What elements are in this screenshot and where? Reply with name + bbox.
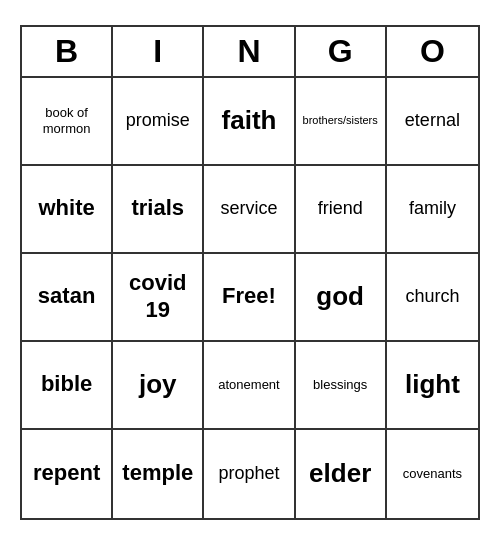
cell-text: joy [139,369,177,400]
header-letter: N [204,27,295,76]
bingo-cell[interactable]: atonement [204,342,295,430]
bingo-cell[interactable]: repent [22,430,113,518]
cell-text: faith [222,105,277,136]
cell-text: church [405,286,459,308]
cell-text: Free! [222,283,276,309]
bingo-cell[interactable]: church [387,254,478,342]
bingo-cell[interactable]: friend [296,166,387,254]
header-letter: I [113,27,204,76]
bingo-grid: book of mormonpromisefaithbrothers/siste… [22,78,478,518]
header-letter: B [22,27,113,76]
cell-text: covid 19 [117,270,198,323]
bingo-cell[interactable]: god [296,254,387,342]
bingo-header: BINGO [22,27,478,78]
bingo-cell[interactable]: covenants [387,430,478,518]
cell-text: temple [122,460,193,486]
bingo-card: BINGO book of mormonpromisefaithbrothers… [20,25,480,520]
cell-text: repent [33,460,100,486]
cell-text: prophet [218,463,279,485]
cell-text: god [316,281,364,312]
bingo-cell[interactable]: eternal [387,78,478,166]
bingo-cell[interactable]: satan [22,254,113,342]
bingo-cell[interactable]: promise [113,78,204,166]
bingo-cell[interactable]: faith [204,78,295,166]
bingo-cell[interactable]: family [387,166,478,254]
cell-text: satan [38,283,95,309]
cell-text: promise [126,110,190,132]
bingo-cell[interactable]: elder [296,430,387,518]
cell-text: eternal [405,110,460,132]
cell-text: light [405,369,460,400]
cell-text: family [409,198,456,220]
bingo-cell[interactable]: blessings [296,342,387,430]
cell-text: bible [41,371,92,397]
bingo-cell[interactable]: book of mormon [22,78,113,166]
bingo-cell[interactable]: temple [113,430,204,518]
cell-text: friend [318,198,363,220]
bingo-cell[interactable]: white [22,166,113,254]
header-letter: G [296,27,387,76]
cell-text: blessings [313,377,367,393]
cell-text: book of mormon [26,105,107,136]
bingo-cell[interactable]: brothers/sisters [296,78,387,166]
bingo-cell[interactable]: Free! [204,254,295,342]
bingo-cell[interactable]: joy [113,342,204,430]
bingo-cell[interactable]: bible [22,342,113,430]
cell-text: brothers/sisters [303,114,378,127]
cell-text: trials [131,195,184,221]
cell-text: service [220,198,277,220]
cell-text: white [38,195,94,221]
cell-text: covenants [403,466,462,482]
bingo-cell[interactable]: prophet [204,430,295,518]
cell-text: elder [309,458,371,489]
bingo-cell[interactable]: covid 19 [113,254,204,342]
bingo-cell[interactable]: light [387,342,478,430]
header-letter: O [387,27,478,76]
cell-text: atonement [218,377,279,393]
bingo-cell[interactable]: service [204,166,295,254]
bingo-cell[interactable]: trials [113,166,204,254]
